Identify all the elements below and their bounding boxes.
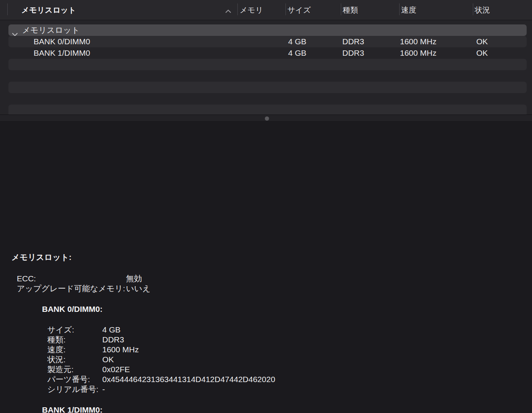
detail-value: 0x4544464231363441314D412D47442D462020 [102,374,275,384]
detail-pane: メモリスロット: ECC: 無効 アップグレード可能なメモリ: いいえ BANK… [0,122,532,413]
detail-label: 速度: [47,345,66,355]
detail-summary-row-ecc: ECC: 無効 [0,274,532,284]
column-separator [399,3,400,15]
detail-title: メモリスロット: [11,252,71,262]
detail-value: いいえ [126,284,150,294]
cell-size: 4 GB [288,47,306,59]
detail-label: 状況: [47,355,66,365]
cell-speed: 1600 MHz [400,47,437,59]
sort-ascending-icon [225,8,231,12]
detail-label: 製造元: [47,365,74,374]
column-header-size[interactable]: サイズ [287,0,311,20]
column-header-label: メモリスロット [21,6,76,14]
column-header-label: メモリ [240,6,263,14]
detail-value: 1600 MHz [102,345,139,355]
bank0-row-size: サイズ: 4 GB [0,325,532,335]
column-separator [341,3,341,15]
cell-type: DDR3 [342,47,364,59]
detail-label: ECC: [17,274,36,284]
table-row-bank1[interactable]: BANK 1/DIMM0 4 GB DDR3 1600 MHz OK [8,47,527,59]
column-header-label: 種類 [343,6,358,14]
table-header: メモリスロット メモリ サイズ 種類 速度 状況 [0,0,532,20]
detail-label: パーツ番号: [47,374,90,384]
table-row-bank0[interactable]: BANK 0/DIMM0 4 GB DDR3 1600 MHz OK [8,36,527,47]
column-header-memory-slot[interactable]: メモリスロット [21,0,76,20]
column-header-speed[interactable]: 速度 [401,0,416,20]
column-header-type[interactable]: 種類 [343,0,358,20]
column-header-label: サイズ [287,6,311,14]
column-header-label: 状況 [475,6,490,14]
detail-value: DDR3 [102,335,124,345]
column-separator [7,3,8,15]
bank0-row-serial-number: シリアル番号: - [0,384,532,394]
cell-slot: BANK 1/DIMM0 [34,47,90,59]
detail-label: シリアル番号: [47,384,98,394]
pane-splitter[interactable] [0,115,532,122]
cell-status: OK [476,36,488,47]
bank0-row-manufacturer: 製造元: 0x02FE [0,365,532,374]
cell-slot: BANK 0/DIMM0 [34,36,90,47]
table-row-empty [8,105,527,115]
table-body: メモリスロット BANK 0/DIMM0 4 GB DDR3 1600 MHz … [0,20,532,115]
column-separator [285,3,286,15]
cell-status: OK [476,47,488,59]
bank0-row-status: 状況: OK [0,355,532,365]
column-header-label: 速度 [401,6,416,14]
detail-label: アップグレード可能なメモリ: [17,284,125,294]
detail-value: 4 GB [102,325,121,335]
column-separator [237,3,238,15]
cell-speed: 1600 MHz [400,36,437,47]
splitter-handle-dot[interactable] [265,116,269,121]
detail-value: - [102,384,105,394]
system-information-memory-panel: メモリスロット メモリ サイズ 種類 速度 状況 [0,0,532,413]
cell-type: DDR3 [342,36,364,47]
cell-size: 4 GB [288,36,306,47]
table-row-empty [8,59,527,70]
detail-value: 無効 [126,274,142,284]
table-row-empty [8,82,527,93]
table-group-row-memory-slot[interactable]: メモリスロット [8,24,527,36]
detail-summary-row-upgradeable: アップグレード可能なメモリ: いいえ [0,284,532,294]
bank1-title: BANK 1/DIMM0: [42,405,103,413]
detail-value: OK [102,355,114,365]
detail-label: 種類: [47,335,66,345]
bank0-row-type: 種類: DDR3 [0,335,532,345]
column-header-memory[interactable]: メモリ [240,0,263,20]
bank0-row-part-number: パーツ番号: 0x4544464231363441314D412D47442D4… [0,374,532,384]
group-row-label: メモリスロット [22,24,79,36]
disclosure-chevron-down-icon[interactable] [12,28,18,32]
detail-value: 0x02FE [102,365,130,374]
column-header-status[interactable]: 状況 [475,0,490,20]
column-separator [473,3,473,15]
bank0-row-speed: 速度: 1600 MHz [0,345,532,355]
memory-slots-table: メモリスロット メモリ サイズ 種類 速度 状況 [0,0,532,115]
detail-label: サイズ: [47,325,74,335]
bank0-title: BANK 0/DIMM0: [42,304,103,314]
